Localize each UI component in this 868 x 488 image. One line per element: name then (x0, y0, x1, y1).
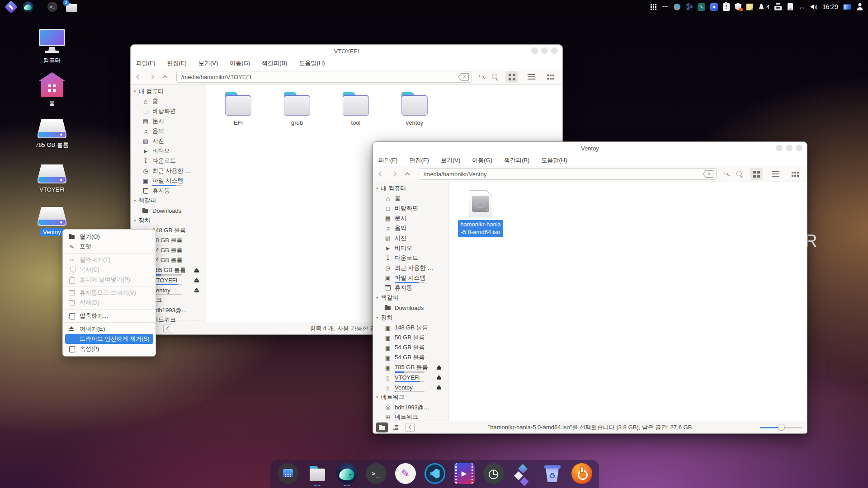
up-icon[interactable] (162, 75, 167, 80)
grid-view-button[interactable] (750, 168, 763, 180)
blue-app-icon[interactable]: ◆ (710, 3, 718, 11)
sidebar-item[interactable]: 문서 (131, 116, 206, 126)
sidebar-item[interactable]: 다운로드 (373, 253, 448, 263)
sidebar-item[interactable]: 50 GB 볼륨 (373, 333, 448, 343)
sidebar-item[interactable]: 홈 (373, 193, 448, 203)
up-icon[interactable] (405, 172, 410, 177)
list-view-button[interactable] (525, 71, 538, 83)
maximize-button[interactable] (786, 145, 793, 151)
clock[interactable]: 16:29 (822, 2, 838, 11)
security-shield-icon[interactable] (735, 2, 741, 11)
dock-file-manager[interactable] (307, 461, 328, 487)
maximize-button[interactable] (541, 47, 548, 54)
sidebar-item[interactable]: 바탕화면 (373, 203, 448, 213)
overflow-dots-icon[interactable]: ••• (662, 2, 669, 11)
menubar-item[interactable]: 도움말(H) (541, 156, 567, 164)
context-menu-item[interactable]: 휴지통으로 보내기(V) (63, 288, 156, 298)
sidebar-item[interactable]: 문서 (373, 213, 448, 223)
sidebar-item[interactable]: 54 GB 볼륨 (373, 343, 448, 352)
collapse-sidebar-button[interactable] (163, 324, 172, 333)
compact-view-button[interactable] (789, 168, 802, 180)
context-menu-item[interactable]: 압축하기... (63, 311, 156, 321)
sidebar-item[interactable]: 네트워크 (373, 412, 448, 421)
file-iso[interactable]: hamonikr-hanla-5.0-amd64.iso (454, 190, 507, 237)
desktop-icon-785 GB 볼륨[interactable]: 785 GB 볼륨 (28, 119, 75, 150)
clipboard-alert-icon[interactable]: ! (723, 3, 730, 11)
titlebar[interactable]: VTOYEFI (131, 45, 562, 57)
collapse-sidebar-button[interactable] (406, 423, 415, 432)
sidebar-section-header[interactable]: ▾장치 (131, 216, 206, 225)
file-folder[interactable]: grub (268, 92, 326, 126)
menubar-item[interactable]: 책갈피(B) (262, 59, 287, 67)
dock-app-menu[interactable] (277, 461, 299, 487)
sidebar-item[interactable]: 비디오 (373, 243, 448, 253)
sidebar-item[interactable]: 휴지통 (131, 186, 206, 196)
user-icon[interactable] (856, 2, 863, 11)
context-menu-item[interactable]: 드라이브 안전하게 제거(S) (65, 334, 153, 344)
eject-icon[interactable] (194, 278, 199, 283)
file-folder[interactable]: tool (326, 92, 385, 126)
sidebar-section-header[interactable]: ▾장치 (373, 313, 448, 323)
clear-path-icon[interactable]: × (458, 73, 469, 81)
context-menu-item[interactable]: 폴더에 붙여넣기(P) (63, 275, 156, 285)
sidebar-item[interactable]: 다운로드 (131, 156, 206, 166)
context-menu-item[interactable]: 포맷 (63, 242, 156, 252)
reload-icon[interactable]: ↩ (723, 170, 729, 178)
dock-terminal[interactable]: >_ (365, 461, 387, 487)
sidebar-item[interactable]: 최근 사용한 … (373, 263, 448, 273)
sidebar-item[interactable]: Ventoy (373, 382, 448, 392)
hamonikr-launcher-icon[interactable] (5, 0, 18, 14)
sidebar-item[interactable]: 홈 (131, 96, 206, 106)
sidebar-item[interactable]: 785 GB 볼륨 (373, 362, 448, 372)
desktop-icon-컴퓨터[interactable]: 컴퓨터 (28, 29, 75, 65)
context-menu-item[interactable]: 잘라내기(T) (63, 255, 156, 265)
dock-text-editor[interactable]: ✎ (395, 461, 416, 487)
sidebar-section-header[interactable]: ▾내 컴퓨터 (131, 86, 206, 96)
whale-browser-icon[interactable] (23, 1, 33, 12)
sidebar-item[interactable]: 54 GB 볼륨 (373, 352, 448, 362)
path-bar[interactable]: /media/hamonikr/Ventoy × (419, 168, 717, 180)
eject-icon[interactable] (436, 385, 442, 390)
input-method-spinner-icon[interactable] (674, 2, 680, 11)
sidebar-item[interactable]: 사진 (373, 233, 448, 243)
context-menu-item[interactable]: 열기(O) (63, 232, 156, 242)
menubar-item[interactable]: 도움말(H) (299, 59, 325, 67)
sidebar-item[interactable]: 사진 (131, 136, 206, 146)
forward-icon[interactable] (392, 171, 396, 176)
menubar-item[interactable]: 편집(E) (167, 59, 187, 67)
eject-icon[interactable] (436, 365, 442, 370)
close-button[interactable] (551, 47, 558, 54)
printer-icon[interactable] (774, 2, 782, 11)
dock-timeshift[interactable]: ◷ (483, 461, 505, 487)
sidebar-item[interactable]: 휴지통 (373, 283, 448, 293)
sidebar-item[interactable]: Downloads (131, 206, 206, 216)
context-menu-item[interactable]: 꺼내기(E) (63, 324, 156, 334)
sidebar-item[interactable]: 148 GB 볼륨 (373, 323, 448, 333)
nimf-input-icon[interactable]: ∿ (698, 3, 705, 11)
desktop-icon-VTOYEFI[interactable]: VTOYEFI (28, 164, 75, 193)
reload-icon[interactable]: ↩ (479, 73, 485, 81)
terminal-icon[interactable] (47, 2, 57, 12)
menubar-item[interactable]: 파일(F) (378, 156, 398, 164)
grid-view-button[interactable] (505, 71, 518, 83)
menubar-item[interactable]: 편집(E) (410, 156, 429, 164)
sidebar-item[interactable]: 최근 사용한 … (131, 166, 206, 176)
sidebar-item[interactable]: 음악 (131, 126, 206, 136)
file-folder[interactable]: ventoy (385, 92, 444, 126)
back-icon[interactable] (136, 74, 141, 79)
list-view-button[interactable] (769, 168, 782, 180)
search-icon[interactable] (491, 73, 499, 80)
minimize-button[interactable] (531, 47, 538, 54)
sticky-note-icon[interactable] (746, 2, 753, 11)
search-icon[interactable] (736, 170, 743, 178)
removable-drive-icon[interactable] (787, 2, 793, 11)
menubar-item[interactable]: 보기(V) (198, 59, 218, 67)
context-menu-item[interactable]: 속성(P) (63, 344, 156, 354)
sidebar-item[interactable]: 파일 시스템 (373, 273, 448, 283)
sidebar-item[interactable]: bdh1993@… (373, 402, 448, 412)
sidebar-section-header[interactable]: ▾책갈피 (373, 293, 448, 303)
places-pane-button[interactable] (376, 422, 388, 432)
sidebar-item[interactable]: 비디오 (131, 146, 206, 156)
tree-pane-button[interactable] (392, 424, 400, 431)
sidebar-item[interactable]: VTOYEFI (373, 372, 448, 382)
